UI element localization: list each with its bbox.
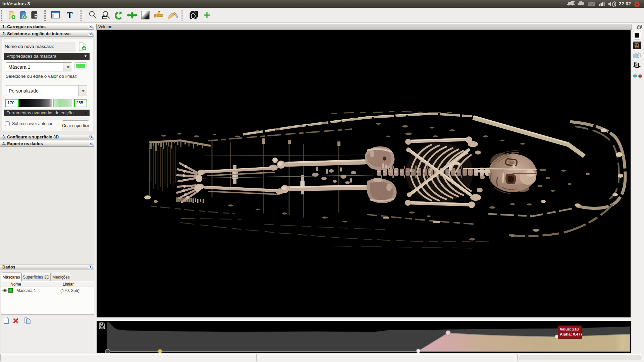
svg-text:Value: 218: Value: 218 bbox=[560, 327, 579, 331]
svg-text:T: T bbox=[67, 11, 72, 20]
svg-text:Alpha: 0.477: Alpha: 0.477 bbox=[560, 332, 583, 336]
